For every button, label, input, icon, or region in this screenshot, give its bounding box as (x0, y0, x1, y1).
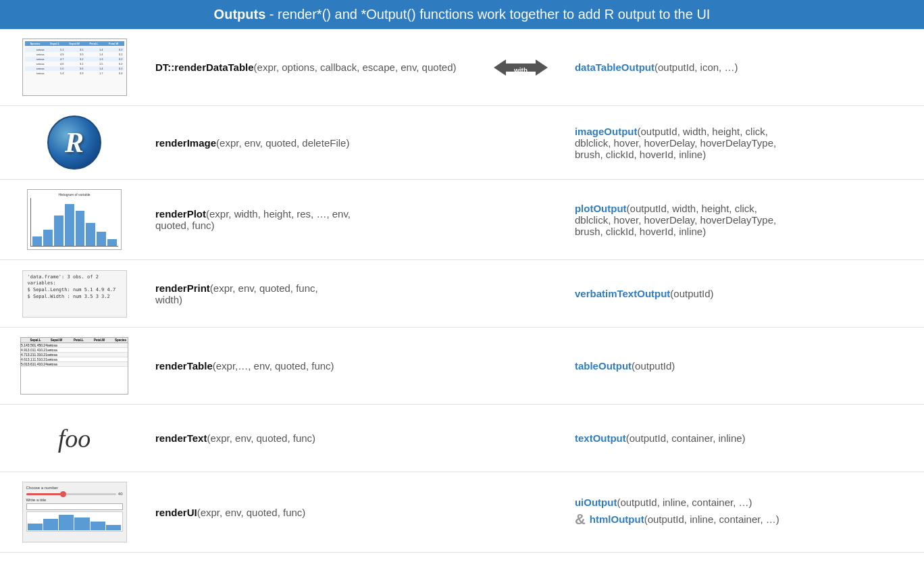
render-datatable-args: (expr, options, callback, escape, env, q… (254, 61, 457, 73)
textoutput-name: textOutput (575, 432, 626, 444)
bar3 (54, 216, 63, 246)
icon-ui: Choose a number 40 Write a title (7, 482, 142, 542)
renderplot-name: renderPlot (155, 208, 206, 220)
output-plot-fn: plotOutput(outputId, width, height, clic… (561, 203, 917, 237)
plot-area (30, 198, 118, 247)
plot-thumbnail: Histogram of variable (27, 189, 122, 250)
uioutput-name: uiOutput (575, 497, 617, 508)
row-plot: Histogram of variable renderPlot(expr, w… (0, 180, 924, 260)
icon-print: 'data.frame': 3 obs. of 2 variables: $ S… (7, 270, 142, 318)
ui-thumbnail: Choose a number 40 Write a title (22, 482, 127, 542)
plot-thumb-title: Histogram of variable (30, 193, 118, 197)
rendertable-name: renderTable (155, 360, 213, 372)
rendertext-name: renderText (155, 432, 207, 444)
renderui-name: renderUI (155, 507, 197, 518)
icon-datatable: SpeciesSepal.LSepal.WPetal.LPetal.W seto… (7, 39, 142, 96)
render-image-fn: renderImage(expr, env, quoted, deleteFil… (142, 137, 480, 149)
page-header: Outputs - render*() and *Output() functi… (0, 0, 924, 29)
output-image-fn: imageOutput(outputId, width, height, cli… (561, 126, 917, 160)
header-description: - render*() and *Output() functions work… (265, 7, 710, 22)
print-line2: $ Sepal.Length: num 5.1 4.9 4.7 (28, 287, 122, 294)
row-datatable: SpeciesSepal.LSepal.WPetal.LPetal.W seto… (0, 29, 924, 106)
ui-slider: 40 (26, 492, 123, 496)
mini-bar1 (28, 524, 43, 530)
col-sepal-l: Sepal.L (21, 338, 43, 343)
ui-label2: Write a title (26, 498, 123, 502)
tableoutput-name: tableOutput (575, 360, 632, 372)
col-petal-l: Petal.L (63, 338, 85, 343)
icon-text: foo (7, 424, 142, 453)
dt-prefix: DT::renderDataTable (155, 61, 254, 73)
output-datatable-fn: dataTableOutput(outputId, icon, …) (561, 61, 917, 73)
ampersand-row: & htmlOutput(outputId, inline, container… (575, 511, 917, 528)
bar6 (86, 223, 95, 247)
table-header: Sepal.L Sepal.W Petal.L Petal.W Species (21, 338, 128, 343)
slider-value: 40 (118, 492, 123, 496)
bar5 (76, 211, 85, 246)
row-text: foo renderText(expr, env, quoted, func) … (0, 405, 924, 472)
bar8 (107, 239, 117, 246)
table-row: 5.143.501.450.24setosa (21, 343, 128, 348)
render-text-fn: renderText(expr, env, quoted, func) (142, 432, 480, 444)
rendertext-args: (expr, env, quoted, func) (207, 432, 315, 444)
col-sepal-w: Sepal.W (43, 338, 64, 343)
bar4 (65, 204, 74, 246)
mini-bar2 (43, 519, 58, 530)
table-row: 5.013.611.410.24setosa (21, 362, 128, 367)
col-petal-w: Petal.W (85, 338, 107, 343)
datatableoutput-name: dataTableOutput (575, 61, 654, 73)
rendertable-args: (expr,…, env, quoted, func) (213, 360, 334, 372)
verbatimtextoutput-args: (outputId) (670, 288, 713, 299)
row-print: 'data.frame': 3 obs. of 2 variables: $ S… (0, 260, 924, 328)
ui-mini-plot (26, 511, 123, 532)
mini-bar6 (106, 525, 121, 530)
row-ui: Choose a number 40 Write a title renderU… (0, 472, 924, 553)
uioutput-args: (outputId, inline, container, …) (617, 497, 752, 508)
row-image: R renderImage(expr, env, quoted, deleteF… (0, 106, 924, 180)
render-table-fn: renderTable(expr,…, env, quoted, func) (142, 360, 480, 372)
mini-bar4 (74, 517, 89, 531)
renderui-args: (expr, env, quoted, func) (197, 507, 306, 518)
r-logo: R (47, 116, 101, 170)
output-table-fn: tableOutput(outputId) (561, 360, 917, 372)
datatableoutput-args: (outputId, icon, …) (654, 61, 738, 73)
renderprint-name: renderPrint (155, 282, 210, 294)
svg-text:works: works (511, 57, 531, 64)
row-table: Sepal.L Sepal.W Petal.L Petal.W Species … (0, 328, 924, 405)
htmloutput-name: htmlOutput (590, 513, 644, 525)
slider-track (26, 493, 116, 495)
output-text-fn: textOutput(outputId, container, inline) (561, 432, 917, 444)
bar7 (97, 232, 106, 246)
htmloutput-line: htmlOutput(outputId, inline, container, … (590, 513, 779, 525)
render-datatable-fn: DT::renderDataTable(expr, options, callb… (142, 61, 480, 73)
header-outputs: Outputs (214, 7, 266, 22)
renderimage-name: renderImage (155, 137, 216, 149)
icon-plot: Histogram of variable (7, 189, 142, 250)
imageoutput-name: imageOutput (575, 126, 638, 137)
plotoutput-name: plotOutput (575, 203, 627, 214)
verbatimtextoutput-name: verbatimTextOutput (575, 288, 670, 299)
icon-table: Sepal.L Sepal.W Petal.L Petal.W Species … (7, 337, 142, 395)
ampersand-symbol: & (575, 511, 586, 528)
datatable-thumbnail: SpeciesSepal.LSepal.WPetal.LPetal.W seto… (22, 39, 127, 96)
ui-text-input (26, 503, 123, 510)
slider-fill (26, 493, 62, 495)
print-line3: $ Sepal.Width : num 3.5 3 3.2 (28, 294, 122, 301)
foo-text: foo (58, 424, 91, 453)
svg-text:with: with (513, 67, 528, 74)
print-line1: 'data.frame': 3 obs. of 2 variables: (28, 274, 122, 288)
bar2 (43, 230, 53, 246)
mini-bar3 (59, 515, 74, 530)
table-row: 4.613.111.510.21setosa (21, 357, 128, 362)
col-species: Species (106, 338, 128, 343)
output-ui-fn: uiOutput(outputId, inline, container, …)… (561, 497, 917, 528)
mini-bar5 (91, 522, 105, 530)
render-plot-fn: renderPlot(expr, width, height, res, …, … (142, 208, 480, 231)
output-print-fn: verbatimTextOutput(outputId) (561, 288, 917, 299)
render-print-fn: renderPrint(expr, env, quoted, func,widt… (142, 282, 480, 305)
slider-thumb (60, 491, 66, 497)
print-thumbnail: 'data.frame': 3 obs. of 2 variables: $ S… (22, 270, 127, 318)
uioutput-line: uiOutput(outputId, inline, container, …) (575, 497, 917, 508)
table-thumbnail: Sepal.L Sepal.W Petal.L Petal.W Species … (20, 337, 128, 395)
works-with-arrow: works with (480, 47, 561, 88)
